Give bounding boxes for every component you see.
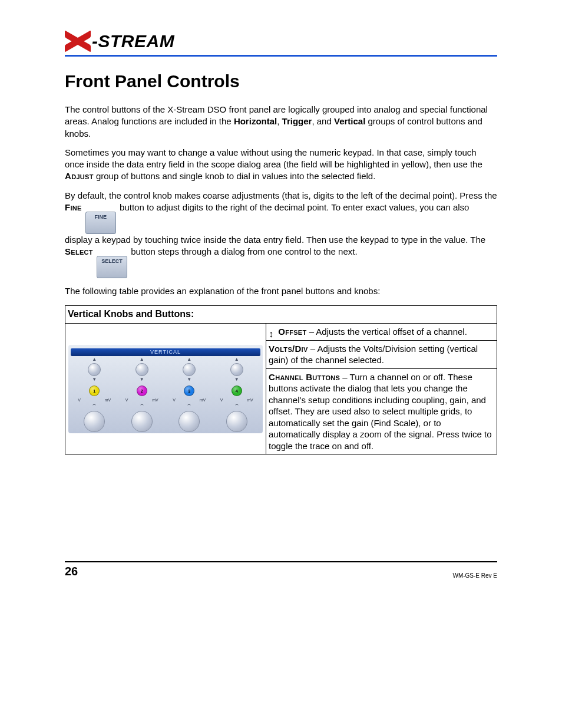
up-arrow-icon: ▲ (214, 357, 259, 362)
down-arrow-icon: ▼ (120, 377, 164, 382)
panel-image-cell: VERTICAL ▲▼1VmV⌢▲▼2VmV⌢▲▼3VmV⌢▲▼4VmV⌢ (65, 324, 266, 454)
up-arrow-icon: ▲ (167, 357, 211, 362)
panel-channel-column: ▲▼3VmV⌢ (167, 357, 211, 432)
table-row: ↕ Offset – Adjusts the vertical offset o… (266, 324, 497, 341)
down-arrow-icon: ▼ (167, 377, 211, 382)
logo: -STREAM (65, 29, 497, 54)
channel-button: 3 (184, 386, 194, 396)
table-row: Volts/Div – Adjusts the Volts/Division s… (266, 340, 497, 368)
offset-knob (183, 363, 196, 376)
table-header: Vertical Knobs and Buttons: (65, 306, 497, 324)
fine-button-icon: FINE (85, 212, 116, 234)
offset-knob (230, 363, 243, 376)
down-arrow-icon: ▼ (72, 377, 117, 382)
page-title: Front Panel Controls (65, 70, 497, 94)
channel-button: 1 (89, 386, 100, 396)
page-number: 26 (65, 564, 78, 579)
down-arrow-icon: ▼ (214, 377, 259, 382)
channel-button: 2 (137, 386, 147, 396)
panel-banner: VERTICAL (71, 348, 260, 357)
doc-id: WM-GS-E Rev E (452, 572, 497, 580)
volts-div-knob (84, 411, 105, 432)
volts-div-knob (226, 411, 247, 432)
panel-channel-column: ▲▼4VmV⌢ (214, 357, 259, 432)
logo-x-icon (65, 32, 91, 50)
volts-div-knob (131, 411, 153, 432)
offset-knob (88, 363, 101, 376)
paragraph-3: By default, the control knob makes coars… (65, 190, 497, 279)
volts-div-knob (178, 411, 200, 432)
select-button-icon: SELECT (97, 256, 127, 278)
logo-text: -STREAM (92, 29, 174, 54)
header-rule (65, 55, 497, 57)
footer-rule (65, 561, 497, 562)
paragraph-1: The control buttons of the X-Stream DSO … (65, 104, 497, 140)
vertical-panel: VERTICAL ▲▼1VmV⌢▲▼2VmV⌢▲▼3VmV⌢▲▼4VmV⌢ (68, 345, 263, 433)
table-row: Channel Buttons – Turn a channel on or o… (266, 368, 497, 454)
offset-arrows-icon: ↕ (269, 332, 273, 337)
channel-button: 4 (232, 386, 242, 396)
panel-channel-column: ▲▼2VmV⌢ (120, 357, 164, 432)
up-arrow-icon: ▲ (72, 357, 117, 362)
up-arrow-icon: ▲ (120, 357, 164, 362)
offset-knob (135, 363, 148, 376)
page-footer: 26 WM-GS-E Rev E (65, 561, 497, 579)
paragraph-2: Sometimes you may want to change a value… (65, 147, 497, 183)
panel-channel-column: ▲▼1VmV⌢ (72, 357, 117, 432)
controls-table: Vertical Knobs and Buttons: VERTICAL ▲▼1… (65, 305, 497, 454)
paragraph-4: The following table provides an explanat… (65, 285, 497, 297)
